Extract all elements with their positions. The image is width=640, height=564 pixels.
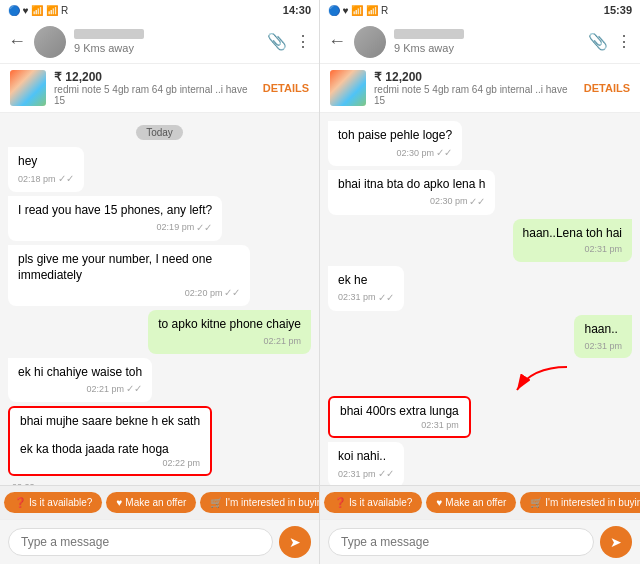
msg-text: pls give me your number, I need one imme… (18, 252, 212, 283)
product-price-right: ₹ 12,200 (374, 70, 576, 84)
msg-time: 02:31 pm (523, 243, 622, 256)
status-right-icons: 🔵 ♥ 📶 📶 R (328, 5, 388, 16)
msg-time: 02:21 pm (158, 335, 301, 348)
chat-area-left: Today hey 02:18 pm✓✓ I read you have 15 … (0, 113, 319, 485)
time-left: 14:30 (283, 4, 311, 16)
highlighted-section: bhai 400rs extra lunga 02:31 pm (328, 362, 632, 438)
product-details-left[interactable]: DETAILS (263, 82, 309, 94)
attach-icon-right[interactable]: 📎 (588, 32, 608, 51)
product-bar-right: ₹ 12,200 redmi note 5 4gb ram 64 gb inte… (320, 64, 640, 113)
red-arrow-container (502, 362, 572, 400)
input-bar-left: ➤ (0, 519, 319, 564)
product-info-left: ₹ 12,200 redmi note 5 4gb ram 64 gb inte… (54, 70, 255, 106)
product-price-left: ₹ 12,200 (54, 70, 255, 84)
header-info-left: 9 Kms away (74, 29, 259, 54)
message-ek-he: ek he 02:31 pm✓✓ (328, 266, 404, 311)
msg-time: 02:30 pm✓✓ (338, 146, 452, 160)
quick-replies-right: ❓Is it available? ♥Make an offer 🛒I'm in… (320, 485, 640, 519)
message-kitne: to apko kitne phone chaiye 02:21 pm (148, 310, 311, 353)
message-haan2: haan.. 02:31 pm (574, 315, 632, 358)
qr-interested-left[interactable]: 🛒I'm interested in buying (200, 492, 319, 513)
menu-icon-left[interactable]: ⋮ (295, 32, 311, 51)
time-right: 15:39 (604, 4, 632, 16)
avatar-right (354, 26, 386, 58)
msg-time: 02:31 pm (340, 420, 459, 430)
msg-text: haan..Lena toh hai (523, 226, 622, 240)
send-button-right[interactable]: ➤ (600, 526, 632, 558)
red-arrow-icon (502, 362, 572, 397)
msg-time: 02:18 pm✓✓ (18, 172, 74, 186)
qr-offer-right[interactable]: ♥Make an offer (426, 492, 516, 513)
product-thumbnail-right (330, 70, 366, 106)
contact-distance-right: 9 Kms away (394, 42, 580, 54)
send-icon-right: ➤ (610, 534, 622, 550)
input-bar-right: ➤ (320, 519, 640, 564)
product-desc-right: redmi note 5 4gb ram 64 gb internal ..i … (374, 84, 576, 106)
status-bar-right: 🔵 ♥ 📶 📶 R 15:39 (320, 0, 640, 20)
menu-icon-right[interactable]: ⋮ (616, 32, 632, 51)
message-hey: hey 02:18 pm✓✓ (8, 147, 84, 192)
header-right: ← 9 Kms away 📎 ⋮ (320, 20, 640, 64)
msg-time: 02:19 pm✓✓ (18, 221, 212, 235)
product-thumbnail-left (10, 70, 46, 106)
qr-offer-left[interactable]: ♥Make an offer (106, 492, 196, 513)
contact-name-left (74, 29, 144, 39)
msg-text: bhai itna bta do apko lena h (338, 177, 485, 191)
message-bhai-itna: bhai itna bta do apko lena h 02:30 pm✓✓ (328, 170, 495, 215)
panel-left: 🔵 ♥ 📶 📶 R 14:30 ← 9 Kms away 📎 ⋮ ₹ 12,20… (0, 0, 320, 564)
send-button-left[interactable]: ➤ (279, 526, 311, 558)
product-details-right[interactable]: DETAILS (584, 82, 630, 94)
msg-time: 02:20 pm✓✓ (18, 286, 240, 300)
msg-time: 02:30 pm✓✓ (338, 195, 485, 209)
message-input-left[interactable] (8, 528, 273, 556)
product-bar-left: ₹ 12,200 redmi note 5 4gb ram 64 gb inte… (0, 64, 319, 113)
msg-text: haan.. (584, 322, 617, 336)
quick-replies-left: ❓Is it available? ♥Make an offer 🛒I'm in… (0, 485, 319, 519)
status-left-icons: 🔵 ♥ 📶 📶 R (8, 5, 68, 16)
product-info-right: ₹ 12,200 redmi note 5 4gb ram 64 gb inte… (374, 70, 576, 106)
message-paise: toh paise pehle loge? 02:30 pm✓✓ (328, 121, 462, 166)
message-haan-lena: haan..Lena toh hai 02:31 pm (513, 219, 632, 262)
message-pls: pls give me your number, I need one imme… (8, 245, 250, 307)
header-icons-left: 📎 ⋮ (267, 32, 311, 51)
header-left: ← 9 Kms away 📎 ⋮ (0, 20, 319, 64)
message-ek: ek hi chahiye waise toh 02:21 pm✓✓ (8, 358, 152, 403)
msg-text: ek hi chahiye waise toh (18, 365, 142, 379)
panel-right: 🔵 ♥ 📶 📶 R 15:39 ← 9 Kms away 📎 ⋮ ₹ 12,20… (320, 0, 640, 564)
message-highlighted-left: bhai mujhe saare bekne h ek sath ek ka t… (8, 406, 212, 476)
product-desc-left: redmi note 5 4gb ram 64 gb internal ..i … (54, 84, 255, 106)
contact-distance-left: 9 Kms away (74, 42, 259, 54)
back-button-right[interactable]: ← (328, 31, 346, 52)
status-bar-left: 🔵 ♥ 📶 📶 R 14:30 (0, 0, 319, 20)
msg-text: bhai 400rs extra lunga (340, 404, 459, 418)
send-icon-left: ➤ (289, 534, 301, 550)
msg-text: hey (18, 154, 37, 168)
qr-interested-right[interactable]: 🛒I'm interested in buying (520, 492, 640, 513)
msg-text: bhai mujhe saare bekne h ek sath (20, 414, 200, 428)
chat-area-right: toh paise pehle loge? 02:30 pm✓✓ bhai it… (320, 113, 640, 485)
attach-icon-left[interactable]: 📎 (267, 32, 287, 51)
msg-text: toh paise pehle loge? (338, 128, 452, 142)
contact-name-right (394, 29, 464, 39)
msg-text: koi nahi.. (338, 449, 386, 463)
message-input-right[interactable] (328, 528, 594, 556)
msg-time: 02:31 pm (584, 340, 622, 353)
qr-available-right[interactable]: ❓Is it available? (324, 492, 422, 513)
msg-time: 02:21 pm✓✓ (18, 382, 142, 396)
date-divider-left: Today (8, 125, 311, 139)
message-read: I read you have 15 phones, any left? 02:… (8, 196, 222, 241)
avatar-left (34, 26, 66, 58)
header-icons-right: 📎 ⋮ (588, 32, 632, 51)
msg-time: 02:22 pm (20, 458, 200, 468)
message-koi-nahi: koi nahi.. 02:31 pm✓✓ (328, 442, 404, 485)
msg-text: to apko kitne phone chaiye (158, 317, 301, 331)
msg-text2: ek ka thoda jaada rate hoga (20, 442, 169, 456)
back-button-left[interactable]: ← (8, 31, 26, 52)
msg-text: ek he (338, 273, 367, 287)
msg-time: 02:31 pm✓✓ (338, 467, 394, 481)
message-400rs: bhai 400rs extra lunga 02:31 pm (328, 396, 471, 438)
qr-available-left[interactable]: ❓Is it available? (4, 492, 102, 513)
header-info-right: 9 Kms away (394, 29, 580, 54)
msg-time: 02:31 pm✓✓ (338, 291, 394, 305)
msg-text: I read you have 15 phones, any left? (18, 203, 212, 217)
